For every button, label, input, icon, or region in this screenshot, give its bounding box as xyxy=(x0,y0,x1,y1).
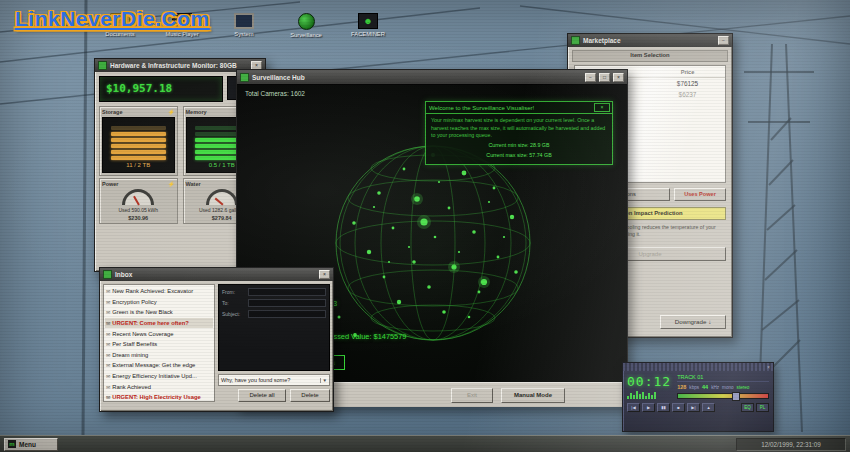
manual-mode-button[interactable]: Manual Mode xyxy=(501,388,565,403)
surveillance-hub-titlebar[interactable]: Surveillance Hub − □ × xyxy=(237,70,627,84)
envelope-icon: ✉ xyxy=(106,362,110,368)
current-min-size: Current min size: 28.9 GB xyxy=(431,142,607,150)
inbox-window: Inbox × ✉New Rank Achieved: Excavator ✉E… xyxy=(99,267,334,412)
hardware-monitor-icon xyxy=(98,61,107,70)
desktop-icon-faceminer[interactable]: ☻ FACEMINER xyxy=(344,13,392,38)
exit-button[interactable]: Exit xyxy=(451,388,493,403)
mail-item[interactable]: ✉Recent News Coverage xyxy=(105,328,213,339)
envelope-icon: ✉ xyxy=(106,341,110,347)
storage-label: Storage xyxy=(102,109,122,115)
mail-subject: Energy Efficiency Initiative Upd... xyxy=(112,373,197,379)
surveillance-hub-title: Surveillance Hub xyxy=(252,74,305,81)
equalizer-toggle[interactable]: EQ xyxy=(741,403,754,412)
eject-button[interactable]: ▲ xyxy=(702,403,715,412)
lightning-icon: ⚡ xyxy=(168,181,175,187)
mail-item[interactable]: ✉URGENT: High Electricity Usage xyxy=(105,392,213,402)
power-cost: $230.96 xyxy=(102,215,175,221)
to-field xyxy=(248,299,326,307)
downgrade-button[interactable]: Downgrade ↓ xyxy=(660,315,726,329)
mail-subject: URGENT: Come here often? xyxy=(112,320,189,326)
playlist-toggle[interactable]: PL xyxy=(756,403,769,412)
marketplace-titlebar[interactable]: Marketplace − xyxy=(568,34,732,47)
envelope-icon: ✉ xyxy=(106,309,110,315)
os-logo-icon: m xyxy=(8,440,16,448)
from-field xyxy=(248,288,326,296)
volume-thumb[interactable] xyxy=(732,392,740,401)
menu-button[interactable]: m Menu xyxy=(4,438,58,451)
media-player-titlebar[interactable]: × xyxy=(623,363,773,371)
icon-label: Music Player xyxy=(165,31,198,37)
next-track-button[interactable]: ▶| xyxy=(687,403,700,412)
inbox-titlebar[interactable]: Inbox × xyxy=(100,268,333,281)
envelope-icon: ✉ xyxy=(106,394,110,400)
marketplace-icon xyxy=(571,36,580,45)
envelope-icon: ✉ xyxy=(106,373,110,379)
mail-list[interactable]: ✉New Rank Achieved: Excavator ✉Encryptio… xyxy=(103,284,215,402)
close-icon[interactable]: × xyxy=(767,365,770,370)
mail-subject: Green is the New Black xyxy=(112,309,173,315)
subject-field xyxy=(248,310,326,318)
computer-icon xyxy=(234,13,254,29)
mail-item[interactable]: ✉Rank Achieved xyxy=(105,381,213,392)
to-label: To: xyxy=(222,300,246,306)
power-label: Power xyxy=(102,181,119,187)
volume-slider[interactable] xyxy=(677,393,769,399)
storage-meter: 11 / 2 TB xyxy=(102,117,175,173)
item-selection-header: Item Selection xyxy=(572,50,728,62)
chevron-down-icon: ▼ xyxy=(320,378,327,383)
menu-label: Menu xyxy=(19,441,36,448)
previous-track-button[interactable]: |◀ xyxy=(627,403,640,412)
icon-label: System xyxy=(234,31,253,37)
inbox-icon xyxy=(103,270,112,279)
reply-dropdown[interactable]: Why, have you found some? ▼ xyxy=(218,374,330,386)
mail-item[interactable]: ✉Per Staff Benefits xyxy=(105,339,213,350)
power-panel: Power⚡ Used 590.05 kWh $230.96 xyxy=(99,178,178,224)
from-label: From: xyxy=(222,289,246,295)
pause-button[interactable]: ▮▮ xyxy=(657,403,670,412)
mail-subject: Rank Achieved xyxy=(112,384,151,390)
envelope-icon: ✉ xyxy=(106,320,110,326)
power-gauge xyxy=(122,189,154,205)
envelope-icon: ✉ xyxy=(106,352,110,358)
desktop-icon-surveillance[interactable]: Surveillance xyxy=(282,13,330,38)
bitrate-value: 128 xyxy=(677,384,686,390)
current-max-size: Current max size: 57.74 GB xyxy=(431,152,607,160)
desktop-icon-system[interactable]: System xyxy=(220,13,268,38)
item-price: $76125 xyxy=(650,80,725,87)
mail-item[interactable]: ✉Dream mining xyxy=(105,350,213,361)
mail-item[interactable]: ✉New Rank Achieved: Excavator xyxy=(105,286,213,297)
mail-item[interactable]: ✉External Message: Get the edge xyxy=(105,360,213,371)
face-icon: ☻ xyxy=(358,13,378,29)
subject-label: Subject: xyxy=(222,311,246,317)
minimize-icon[interactable]: − xyxy=(718,36,729,45)
maximize-icon[interactable]: □ xyxy=(599,73,610,82)
delete-button[interactable]: Delete xyxy=(290,389,330,402)
inbox-title: Inbox xyxy=(115,271,132,278)
balance-display: $10,957.18 xyxy=(99,76,223,102)
media-player-window: × 00:12 TRACK 01 128 kbps 44 kHz mono st… xyxy=(622,362,774,432)
mail-item[interactable]: ✉URGENT: Come here often? xyxy=(105,318,213,329)
dialog-title: Welcome to the Surveillance Visualiser! xyxy=(426,103,592,113)
stop-button[interactable]: ■ xyxy=(672,403,685,412)
minimize-icon[interactable]: − xyxy=(585,73,596,82)
water-label: Water xyxy=(186,181,201,187)
play-button[interactable]: ▶ xyxy=(642,403,655,412)
frequency-value: 44 xyxy=(702,384,708,390)
stereo-indicator: stereo xyxy=(737,385,750,390)
mail-subject: URGENT: High Electricity Usage xyxy=(112,394,201,400)
mail-subject: New Rank Achieved: Excavator xyxy=(112,288,193,294)
water-gauge xyxy=(206,189,238,205)
mail-item[interactable]: ✉Energy Efficiency Initiative Upd... xyxy=(105,371,213,382)
mail-preview-pane: From: To: Subject: xyxy=(218,284,330,371)
delete-all-button[interactable]: Delete all xyxy=(238,389,286,402)
mail-item[interactable]: ✉Encryption Policy xyxy=(105,297,213,308)
envelope-icon: ✉ xyxy=(106,299,110,305)
envelope-icon: ✉ xyxy=(106,331,110,337)
close-icon[interactable]: × xyxy=(594,103,610,112)
taskbar-clock[interactable]: 12/02/1999, 22:31:09 xyxy=(736,438,846,451)
mail-item[interactable]: ✉Green is the New Black xyxy=(105,307,213,318)
playback-time: 00:12 xyxy=(627,374,671,389)
uses-power-button[interactable]: Uses Power xyxy=(674,188,726,201)
close-icon[interactable]: × xyxy=(613,73,624,82)
close-icon[interactable]: × xyxy=(319,270,330,279)
